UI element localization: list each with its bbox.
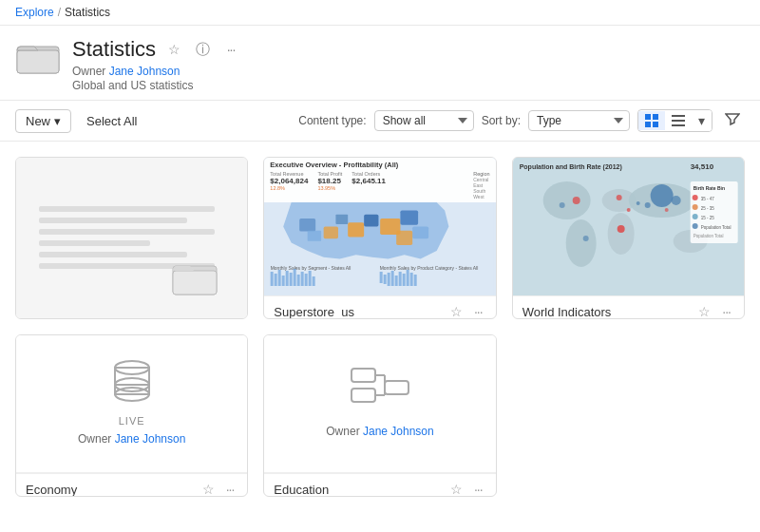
svg-point-62 — [582, 236, 588, 241]
svg-rect-87 — [385, 381, 408, 394]
new-button[interactable]: New ▾ — [15, 109, 71, 133]
list-icon — [672, 114, 685, 127]
svg-rect-32 — [305, 274, 308, 286]
grid-view-button[interactable] — [638, 111, 665, 130]
economy-card-actions: ☆ ··· — [199, 480, 238, 497]
svg-point-72 — [692, 214, 697, 219]
finance-folder-icon — [171, 256, 218, 299]
superstore-card-footer: Superstore_us ☆ ··· — [264, 295, 495, 319]
grid-icon — [645, 114, 658, 127]
owner-subtitle: Owner Jane Johnson — [72, 65, 745, 78]
favorite-icon-btn[interactable]: ☆ — [163, 39, 184, 60]
education-card-name: Education — [274, 483, 329, 497]
filter-button[interactable] — [720, 108, 745, 133]
svg-rect-15 — [401, 211, 419, 225]
sort-by-select[interactable]: Type Name Date Modified Date Created — [528, 110, 630, 131]
svg-rect-33 — [309, 271, 312, 286]
line-1 — [39, 206, 215, 212]
view-toggle-group: ▾ — [637, 109, 712, 132]
svg-point-61 — [559, 202, 564, 208]
card-finance[interactable]: Finance ☆ ··· — [15, 157, 248, 319]
economy-favorite-btn[interactable]: ☆ — [199, 480, 218, 497]
card-economy[interactable]: LIVE Owner Jane Johnson Economy ☆ ··· — [15, 334, 248, 497]
svg-rect-28 — [290, 273, 293, 286]
svg-rect-37 — [384, 275, 387, 284]
education-card-footer: Education ☆ ··· — [264, 473, 495, 497]
svg-point-55 — [650, 184, 673, 207]
superstore-more-btn[interactable]: ··· — [470, 302, 486, 319]
svg-rect-1 — [17, 50, 59, 73]
svg-rect-29 — [294, 269, 296, 286]
database-icon — [108, 356, 156, 408]
svg-text:Population and Birth Rate (201: Population and Birth Rate (2012) — [519, 163, 621, 171]
svg-rect-83 — [352, 389, 375, 402]
education-owner-link[interactable]: Jane Johnson — [363, 425, 434, 438]
card-world-indicators[interactable]: Population and Birth Rate (2012) 34,510 — [512, 157, 745, 319]
svg-text:Population Total: Population Total — [700, 225, 731, 230]
svg-point-64 — [636, 201, 639, 205]
line-2 — [39, 218, 187, 223]
economy-more-btn[interactable]: ··· — [222, 480, 238, 497]
world-favorite-btn[interactable]: ☆ — [694, 302, 714, 319]
svg-rect-25 — [278, 270, 281, 286]
economy-card-footer: Economy ☆ ··· — [16, 473, 247, 497]
finance-card-footer: Finance ☆ ··· — [16, 318, 247, 319]
svg-point-63 — [626, 208, 630, 212]
more-icon-btn[interactable]: ··· — [220, 39, 241, 60]
info-icon-btn[interactable]: ⓘ — [192, 39, 213, 60]
education-more-btn[interactable]: ··· — [470, 480, 486, 497]
svg-text:Population Total: Population Total — [693, 234, 723, 238]
toolbar: New ▾ Select All Content type: Show all … — [0, 101, 760, 142]
svg-point-57 — [616, 195, 621, 200]
svg-rect-78 — [115, 368, 149, 385]
svg-point-58 — [644, 202, 650, 208]
svg-rect-45 — [414, 275, 417, 286]
world-more-btn[interactable]: ··· — [718, 302, 734, 319]
superstore-legend: Region Central East South West — [473, 171, 489, 200]
education-favorite-btn[interactable]: ☆ — [446, 480, 466, 497]
finance-thumbnail — [16, 158, 247, 318]
card-education[interactable]: Owner Jane Johnson Education ☆ ··· — [263, 334, 496, 497]
svg-text:Monthly Sales by Product Categ: Monthly Sales by Product Category - Stat… — [380, 265, 479, 271]
svg-rect-20 — [308, 231, 321, 241]
education-icon — [347, 364, 413, 419]
svg-rect-5 — [653, 122, 658, 127]
content-type-select[interactable]: Show all Workbooks Data Sources Flows — [374, 110, 474, 131]
owner-name-link[interactable]: Jane Johnson — [109, 65, 180, 78]
chevron-down-view-button[interactable]: ▾ — [692, 110, 712, 131]
svg-point-59 — [671, 196, 680, 205]
svg-rect-42 — [403, 274, 406, 286]
line-5 — [39, 252, 187, 257]
new-button-label: New — [26, 114, 50, 128]
svg-rect-43 — [407, 270, 409, 286]
svg-rect-34 — [313, 276, 315, 286]
svg-rect-26 — [282, 276, 285, 286]
economy-owner-link[interactable]: Jane Johnson — [115, 432, 186, 446]
header-title-row: Statistics ☆ ⓘ ··· — [72, 37, 745, 62]
breadcrumb-bar: Explore / Statistics — [0, 0, 760, 26]
world-card-footer: World Indicators ☆ ··· — [513, 295, 744, 319]
svg-text:35 - 47: 35 - 47 — [700, 197, 714, 201]
svg-rect-16 — [364, 215, 378, 227]
superstore-thumbnail: Executive Overview - Profitability (All)… — [264, 158, 495, 295]
line-3 — [39, 229, 215, 235]
education-card-actions: ☆ ··· — [446, 480, 486, 497]
svg-rect-19 — [336, 215, 349, 224]
superstore-chart-title: Executive Overview - Profitability (All) — [270, 161, 489, 169]
svg-rect-13 — [348, 222, 364, 237]
svg-rect-8 — [672, 124, 685, 126]
content-type-label: Content type: — [298, 114, 366, 127]
economy-owner-label: Owner — [78, 432, 111, 446]
superstore-favorite-btn[interactable]: ☆ — [446, 302, 466, 319]
svg-point-74 — [692, 223, 697, 229]
svg-point-56 — [617, 225, 624, 233]
superstore-card-actions: ☆ ··· — [446, 302, 486, 319]
education-owner-label: Owner — [326, 425, 359, 438]
select-all-button[interactable]: Select All — [83, 110, 141, 132]
card-superstore[interactable]: Executive Overview - Profitability (All)… — [263, 157, 496, 319]
list-view-button[interactable] — [665, 111, 692, 130]
svg-point-60 — [572, 197, 580, 204]
svg-rect-38 — [388, 273, 390, 286]
breadcrumb-explore-link[interactable]: Explore — [15, 6, 54, 19]
svg-text:15 - 25: 15 - 25 — [700, 216, 714, 220]
